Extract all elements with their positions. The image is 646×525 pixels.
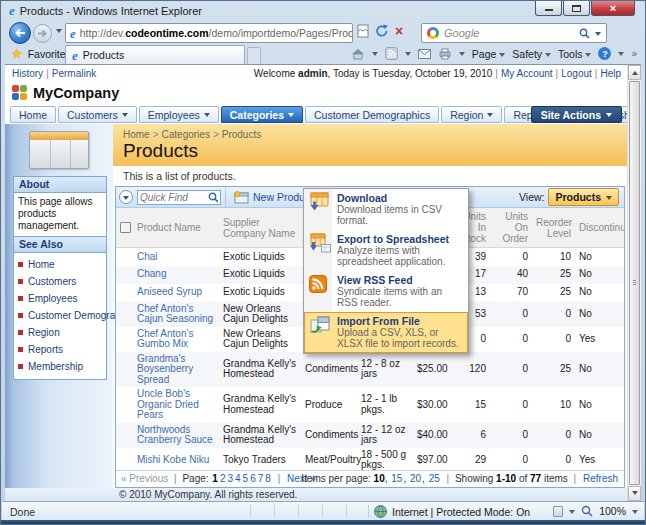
see-also-item-customers[interactable]: Customers (18, 273, 102, 290)
cell-price: $30.00 (413, 387, 450, 423)
view-selector[interactable]: Products (548, 188, 619, 206)
product-link[interactable]: Chef Anton's Cajun Seasoning (137, 303, 213, 325)
page-size-10[interactable]: 10 (374, 473, 385, 484)
maximize-button[interactable] (563, 1, 590, 16)
browser-tab-products[interactable]: e Products (65, 45, 245, 64)
welcome-user: admin (298, 68, 327, 79)
close-button[interactable]: × (591, 1, 635, 16)
column-header-units-on-order[interactable]: Units On Order (490, 208, 532, 248)
see-also-item-region[interactable]: Region (18, 324, 102, 341)
column-header-supplier-company-name[interactable]: Supplier Company Name (219, 208, 301, 248)
page-size-20[interactable]: 20 (409, 473, 422, 484)
nav-tab-customers[interactable]: Customers (58, 106, 137, 123)
column-header-reorder-level[interactable]: Reorder Level (532, 208, 575, 248)
stop-icon[interactable]: × (395, 24, 403, 38)
nav-tab-region[interactable]: Region (441, 106, 502, 123)
feeds-caret-icon[interactable] (405, 52, 411, 59)
help-icon[interactable]: ? (598, 47, 611, 60)
refresh-button[interactable]: Refresh (582, 473, 619, 484)
privacy-caret-icon[interactable] (569, 510, 575, 517)
see-also-item-membership[interactable]: Membership (18, 358, 102, 375)
site-actions-button[interactable]: Site Actions (531, 106, 622, 123)
column-header-discontinued[interactable]: Discontinued (575, 208, 625, 248)
scroll-up-button[interactable] (628, 65, 641, 80)
nav-tab-categories[interactable]: Categories (221, 106, 303, 123)
search-options-caret-icon[interactable] (595, 32, 601, 39)
previous-page-button[interactable]: « Previous (121, 473, 168, 484)
new-tab-button[interactable] (247, 47, 261, 64)
safety-menu-button[interactable]: Safety (512, 48, 551, 60)
help-caret-icon[interactable] (618, 52, 624, 59)
minimize-button[interactable] (535, 1, 562, 16)
page-number-1[interactable]: 1 (211, 473, 219, 484)
product-link[interactable]: Northwoods Cranberry Sauce (137, 424, 213, 446)
quick-find-input[interactable] (140, 192, 208, 203)
scrollbar-thumb[interactable] (629, 81, 640, 485)
zoom-icon[interactable] (581, 505, 593, 517)
back-button[interactable] (9, 22, 31, 44)
nav-tab-customer-demographics[interactable]: Customer Demographics (305, 106, 439, 123)
page-size-25[interactable]: 25 (428, 473, 441, 484)
search-icon[interactable] (579, 28, 590, 39)
recent-pages-caret-icon[interactable] (56, 29, 62, 36)
print-icon[interactable] (438, 48, 452, 60)
top-link-help[interactable]: Help (600, 68, 621, 79)
top-link-logout[interactable]: Logout (561, 68, 592, 79)
see-also-item-reports[interactable]: Reports (18, 341, 102, 358)
menu-item-view-rss-feed[interactable]: View RSS FeedSyndicate items with an RSS… (304, 271, 468, 312)
url-field[interactable]: e http://dev.codeontime.com/demo/importd… (65, 23, 353, 43)
top-link-my-account[interactable]: My Account (501, 68, 553, 79)
select-all-checkbox[interactable] (120, 222, 131, 233)
page-size-15[interactable]: 15 (390, 473, 403, 484)
forward-button[interactable] (33, 24, 52, 43)
mail-icon[interactable] (418, 49, 431, 59)
menu-item-export-to-spreadsheet[interactable]: Export to SpreadsheetAnalyze items with … (304, 230, 468, 271)
page-number-4[interactable]: 4 (234, 473, 242, 484)
see-also-item-home[interactable]: Home (18, 256, 102, 273)
breadcrumb-home[interactable]: Home (123, 129, 150, 140)
feeds-icon[interactable] (385, 47, 398, 60)
menu-item-download[interactable]: DownloadDownload items in CSV format. (304, 189, 468, 230)
product-link[interactable]: Aniseed Syrup (137, 286, 202, 297)
favorites-button[interactable]: ★ Favorites (11, 47, 71, 60)
breadcrumb-categories[interactable]: Categories (162, 129, 210, 140)
product-link[interactable]: Chai (137, 251, 158, 262)
vertical-scrollbar[interactable] (627, 65, 641, 501)
quick-find-box[interactable] (137, 190, 221, 205)
menu-item-import-from-file[interactable]: Import From FileUpload a CSV, XLS, or XL… (304, 312, 468, 353)
home-caret-icon[interactable] (372, 52, 378, 59)
toolbar-expand-button[interactable] (119, 190, 133, 204)
tools-menu-button[interactable]: Tools (558, 48, 591, 60)
print-caret-icon[interactable] (459, 52, 465, 59)
page-number-6[interactable]: 6 (249, 473, 257, 484)
zoom-level[interactable]: 100% (599, 505, 626, 517)
see-also-item-employees[interactable]: Employees (18, 290, 102, 307)
page-number-8[interactable]: 8 (264, 473, 272, 484)
page-menu-button[interactable]: Page (472, 48, 505, 60)
cell-name: Chai (133, 248, 219, 266)
column-header-product-name[interactable]: Product Name (133, 208, 219, 248)
scroll-down-button[interactable] (628, 486, 641, 501)
product-link[interactable]: Chang (137, 268, 166, 279)
search-icon[interactable] (208, 192, 218, 203)
home-icon[interactable] (351, 48, 365, 60)
see-also-item-customer-demographics[interactable]: Customer Demographics (18, 307, 102, 324)
nav-tab-home[interactable]: Home (10, 106, 56, 123)
top-link-permalink[interactable]: Permalink (52, 68, 96, 79)
search-input[interactable] (444, 27, 574, 39)
search-box[interactable] (421, 23, 607, 43)
compatibility-view-icon[interactable] (357, 24, 369, 38)
product-link[interactable]: Chef Anton's Gumbo Mix (137, 328, 193, 350)
nav-tab-employees[interactable]: Employees (139, 106, 219, 123)
product-link[interactable]: Mishi Kobe Niku (137, 454, 209, 465)
product-link[interactable]: Grandma's Boysenberry Spread (137, 353, 193, 385)
cell-disc: No (575, 266, 625, 284)
page-number-3[interactable]: 3 (226, 473, 234, 484)
top-link-history[interactable]: History (12, 68, 43, 79)
breadcrumb-products[interactable]: Products (222, 129, 261, 140)
privacy-icon[interactable] (553, 506, 563, 517)
refresh-icon[interactable] (375, 24, 389, 38)
zoom-caret-icon[interactable] (632, 510, 638, 517)
toolbar-overflow-chevrons-icon[interactable]: » (631, 48, 637, 59)
product-link[interactable]: Uncle Bob's Organic Dried Pears (137, 388, 199, 420)
